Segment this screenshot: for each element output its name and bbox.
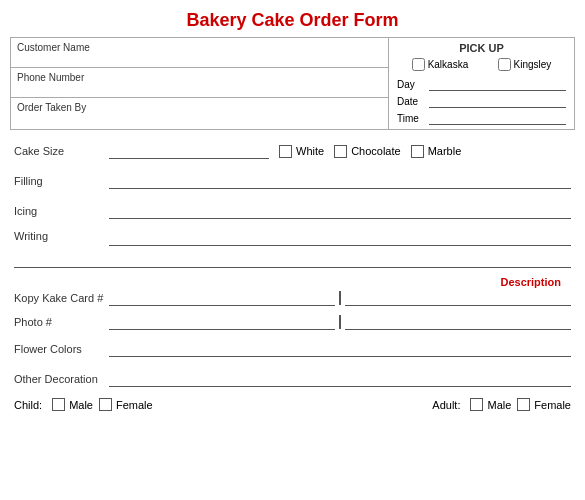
page-title: Bakery Cake Order Form: [10, 10, 575, 31]
adult-female-checkbox[interactable]: [517, 398, 530, 411]
filling-label: Filling: [14, 175, 109, 187]
adult-female-option: Female: [517, 398, 571, 411]
writing-input[interactable]: [109, 230, 571, 246]
description-header: Description: [14, 276, 571, 288]
date-label: Date: [397, 96, 425, 107]
child-female-option: Female: [99, 398, 153, 411]
other-decoration-input[interactable]: [109, 371, 571, 387]
chocolate-checkbox[interactable]: [334, 145, 347, 158]
location-kalkaska: Kalkaska: [412, 58, 469, 71]
customer-name-label: Customer Name: [17, 42, 90, 53]
day-input[interactable]: [429, 77, 566, 91]
kingsley-label: Kingsley: [514, 59, 552, 70]
date-row: Date: [397, 94, 566, 108]
icing-row: Icing: [14, 200, 571, 222]
writing-row-inner: Writing: [14, 230, 571, 246]
photo-row: Photo #: [14, 314, 571, 330]
description-section: Description Kopy Kake Card # Photo # Flo…: [14, 276, 571, 411]
photo-right-input[interactable]: [345, 314, 571, 330]
kopy-kake-row: Kopy Kake Card #: [14, 290, 571, 306]
child-male-option: Male: [52, 398, 93, 411]
icing-input[interactable]: [109, 203, 571, 219]
kopy-kake-right-input[interactable]: [345, 290, 571, 306]
marble-checkbox[interactable]: [411, 145, 424, 158]
pickup-title: PICK UP: [397, 42, 566, 54]
flower-colors-label: Flower Colors: [14, 343, 109, 355]
pickup-locations: Kalkaska Kingsley: [397, 58, 566, 71]
top-left-fields: Customer Name Phone Number Order Taken B…: [11, 38, 389, 129]
adult-male-option: Male: [470, 398, 511, 411]
chocolate-option: Chocolate: [334, 145, 401, 158]
kopy-kake-left-input[interactable]: [109, 290, 335, 306]
icing-label: Icing: [14, 205, 109, 217]
kalkaska-label: Kalkaska: [428, 59, 469, 70]
chocolate-label: Chocolate: [351, 145, 401, 157]
time-row: Time: [397, 111, 566, 125]
order-taken-row: Order Taken By: [11, 98, 388, 128]
adult-label: Adult:: [432, 399, 460, 411]
day-label: Day: [397, 79, 425, 90]
child-label: Child:: [14, 399, 42, 411]
writing-label: Writing: [14, 230, 109, 246]
phone-number-label: Phone Number: [17, 72, 84, 83]
pickup-fields: Day Date Time: [397, 77, 566, 125]
child-male-label: Male: [69, 399, 93, 411]
filling-row: Filling: [14, 170, 571, 192]
child-male-checkbox[interactable]: [52, 398, 65, 411]
marble-label: Marble: [428, 145, 462, 157]
filling-input[interactable]: [109, 173, 571, 189]
adult-female-label: Female: [534, 399, 571, 411]
cake-options: White Chocolate Marble: [279, 145, 461, 158]
order-taken-label: Order Taken By: [17, 102, 86, 113]
kopy-kake-divider: [339, 291, 341, 305]
phone-number-row: Phone Number: [11, 68, 388, 98]
white-checkbox[interactable]: [279, 145, 292, 158]
child-female-label: Female: [116, 399, 153, 411]
photo-label: Photo #: [14, 316, 109, 328]
child-female-checkbox[interactable]: [99, 398, 112, 411]
day-row: Day: [397, 77, 566, 91]
white-option: White: [279, 145, 324, 158]
cake-size-input[interactable]: [109, 143, 269, 159]
adult-section: Adult: Male Female: [432, 398, 571, 411]
child-adult-row: Child: Male Female Adult: Male: [14, 398, 571, 411]
other-decoration-row: Other Decoration: [14, 368, 571, 390]
cake-size-row: Cake Size White Chocolate Marble: [14, 140, 571, 162]
location-kingsley: Kingsley: [498, 58, 552, 71]
white-label: White: [296, 145, 324, 157]
top-section: Customer Name Phone Number Order Taken B…: [10, 37, 575, 130]
photo-divider: [339, 315, 341, 329]
description-label: Description: [500, 276, 561, 288]
adult-male-label: Male: [487, 399, 511, 411]
time-label: Time: [397, 113, 425, 124]
kingsley-checkbox[interactable]: [498, 58, 511, 71]
photo-left-input[interactable]: [109, 314, 335, 330]
customer-name-row: Customer Name: [11, 38, 388, 68]
pickup-section: PICK UP Kalkaska Kingsley Day Date Time: [389, 38, 574, 129]
kalkaska-checkbox[interactable]: [412, 58, 425, 71]
form-body: Cake Size White Chocolate Marble Filling…: [10, 140, 575, 411]
other-decoration-label: Other Decoration: [14, 373, 109, 385]
writing-extra-input[interactable]: [14, 252, 571, 268]
child-section: Child: Male Female: [14, 398, 153, 411]
writing-row: Writing: [14, 230, 571, 268]
date-input[interactable]: [429, 94, 566, 108]
cake-size-label: Cake Size: [14, 145, 109, 157]
time-input[interactable]: [429, 111, 566, 125]
adult-male-checkbox[interactable]: [470, 398, 483, 411]
kopy-kake-label: Kopy Kake Card #: [14, 292, 109, 304]
flower-colors-input[interactable]: [109, 341, 571, 357]
marble-option: Marble: [411, 145, 462, 158]
flower-colors-row: Flower Colors: [14, 338, 571, 360]
